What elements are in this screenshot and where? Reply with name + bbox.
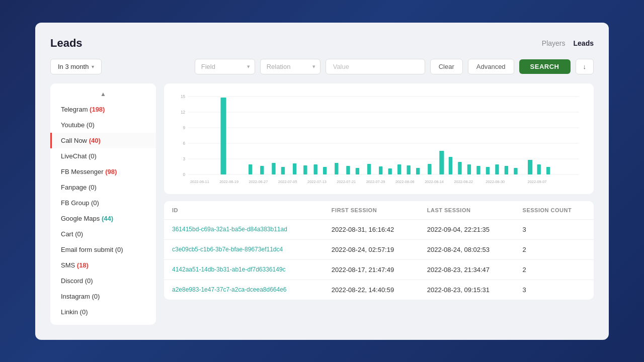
svg-rect-23 — [356, 168, 359, 174]
sidebar-item-sms[interactable]: SMS (18) — [50, 257, 156, 273]
svg-rect-35 — [476, 166, 480, 174]
row-last-session: 2022-09-04, 22:21:35 — [419, 219, 515, 239]
linkin-count: (0) — [80, 308, 88, 316]
sidebar-item-youtube[interactable]: Youtube (0) — [50, 117, 156, 133]
sidebar-item-discord[interactable]: Discord (0) — [50, 273, 156, 289]
svg-text:2022-08-22: 2022-08-22 — [454, 179, 473, 184]
table-body: 361415bd-c69a-32a1-ba5e-d84a383b11ad 202… — [164, 219, 594, 300]
row-session-count: 3 — [515, 280, 594, 300]
filter-row: In 3 month ▾ Field Relation Clear Advanc… — [50, 59, 594, 74]
advanced-button[interactable]: Advanced — [468, 59, 514, 74]
row-id[interactable]: 361415bd-c69a-32a1-ba5e-d84a383b11ad — [164, 219, 324, 239]
sidebar-item-instagram[interactable]: Instagram (0) — [50, 289, 156, 304]
fbmessenger-count: (98) — [105, 168, 117, 175]
svg-text:3: 3 — [183, 156, 186, 161]
svg-text:15: 15 — [181, 94, 185, 99]
table-row: 4142aa51-14db-3b31-ab1e-df7d6336149c 202… — [164, 259, 594, 280]
sidebar-item-fbgroup[interactable]: FB Group (0) — [50, 195, 156, 211]
svg-text:2022-08-14: 2022-08-14 — [425, 179, 444, 184]
svg-rect-42 — [546, 167, 550, 174]
svg-rect-15 — [272, 163, 275, 174]
row-id[interactable]: 4142aa51-14db-3b31-ab1e-df7d6336149c — [164, 259, 324, 280]
svg-rect-20 — [323, 167, 327, 174]
svg-text:0: 0 — [183, 171, 186, 176]
sidebar-item-emailform[interactable]: Email form submit (0) — [50, 242, 156, 257]
googlemaps-count: (44) — [102, 215, 113, 222]
field-select-wrapper: Field — [195, 59, 255, 74]
svg-rect-16 — [281, 167, 285, 174]
table-row: c3e09cb5-c1b6-3b7e-bfae-89673ef11dc4 202… — [164, 239, 594, 259]
nav-leads[interactable]: Leads — [574, 39, 594, 47]
sidebar-item-livechat[interactable]: LiveChat (0) — [50, 148, 156, 164]
callnow-count: (40) — [89, 137, 101, 144]
svg-rect-28 — [407, 165, 411, 174]
svg-rect-31 — [439, 151, 444, 174]
value-input[interactable] — [326, 59, 425, 74]
svg-text:2022-06-19: 2022-06-19 — [219, 179, 238, 184]
period-label: In 3 month — [58, 63, 89, 70]
svg-rect-39 — [514, 168, 517, 174]
search-button[interactable]: SEARCH — [519, 59, 571, 74]
sidebar-item-telegram[interactable]: Telegram (198) — [50, 102, 156, 117]
table-row: a2e8e983-1e47-37c7-a2ca-dceea8d664e6 202… — [164, 280, 594, 300]
svg-rect-13 — [249, 164, 252, 174]
nav-links: Players Leads — [542, 39, 594, 47]
sidebar-item-linkin[interactable]: Linkin (0) — [50, 304, 156, 320]
period-button[interactable]: In 3 month ▾ — [50, 59, 102, 74]
sidebar-item-fanpage[interactable]: Fanpage (0) — [50, 179, 156, 195]
svg-rect-24 — [367, 164, 371, 174]
telegram-count: (198) — [90, 106, 105, 113]
svg-rect-25 — [379, 166, 382, 174]
sidebar-item-fbmessenger[interactable]: FB Messenger (98) — [50, 164, 156, 179]
svg-text:12: 12 — [181, 109, 185, 114]
svg-text:2022-07-21: 2022-07-21 — [337, 179, 356, 184]
svg-rect-27 — [397, 164, 401, 174]
header-row: Leads Players Leads — [50, 37, 594, 50]
download-button[interactable]: ↓ — [576, 59, 594, 74]
instagram-count: (0) — [92, 293, 100, 300]
svg-text:2022-07-13: 2022-07-13 — [307, 179, 327, 184]
svg-rect-22 — [346, 166, 350, 174]
svg-text:2022-06-27: 2022-06-27 — [249, 179, 268, 184]
main-content: ▲ Telegram (198) Youtube (0) Call Now (4… — [50, 83, 594, 325]
sidebar-item-cart[interactable]: Cart (0) — [50, 226, 156, 242]
sidebar-item-googlemaps[interactable]: Google Maps (44) — [50, 211, 156, 226]
table-container: ID FIRST SESSION LAST SESSION SESSION CO… — [164, 201, 594, 300]
row-session-count: 2 — [515, 239, 594, 259]
sidebar-collapse-button[interactable]: ▲ — [50, 88, 156, 102]
nav-players[interactable]: Players — [542, 39, 566, 47]
svg-rect-30 — [428, 164, 431, 174]
svg-text:2022-08-06: 2022-08-06 — [395, 179, 415, 184]
page-title: Leads — [50, 37, 83, 50]
field-select[interactable]: Field — [195, 59, 255, 74]
right-panel: 0 3 6 9 12 15 — [164, 83, 594, 325]
table-row: 361415bd-c69a-32a1-ba5e-d84a383b11ad 202… — [164, 219, 594, 239]
row-session-count: 2 — [515, 259, 594, 280]
relation-select[interactable]: Relation — [260, 59, 320, 74]
svg-rect-37 — [495, 164, 499, 174]
svg-text:6: 6 — [183, 140, 186, 145]
svg-text:2022-07-05: 2022-07-05 — [278, 179, 297, 184]
sidebar: ▲ Telegram (198) Youtube (0) Call Now (4… — [50, 83, 156, 325]
main-card: Leads Players Leads In 3 month ▾ Field R… — [35, 23, 609, 340]
leads-chart: 0 3 6 9 12 15 — [174, 92, 584, 187]
row-last-session: 2022-08-23, 21:34:47 — [419, 259, 515, 280]
livechat-count: (0) — [89, 152, 97, 160]
svg-rect-18 — [303, 165, 307, 174]
row-last-session: 2022-08-24, 08:02:53 — [419, 239, 515, 259]
svg-rect-21 — [335, 163, 338, 174]
row-id[interactable]: c3e09cb5-c1b6-3b7e-bfae-89673ef11dc4 — [164, 239, 324, 259]
fanpage-count: (0) — [89, 184, 97, 191]
row-first-session: 2022-08-22, 14:40:59 — [324, 280, 419, 300]
row-first-session: 2022-08-31, 16:16:42 — [324, 219, 419, 239]
col-session-count: SESSION COUNT — [515, 201, 594, 220]
clear-button[interactable]: Clear — [430, 59, 463, 74]
row-session-count: 3 — [515, 219, 594, 239]
chevron-down-icon: ▾ — [92, 64, 94, 69]
row-id[interactable]: a2e8e983-1e47-37c7-a2ca-dceea8d664e6 — [164, 280, 324, 300]
svg-rect-36 — [486, 167, 490, 174]
row-first-session: 2022-08-17, 21:47:49 — [324, 259, 419, 280]
sidebar-item-callnow[interactable]: Call Now (40) — [50, 133, 156, 148]
chart-container: 0 3 6 9 12 15 — [164, 83, 594, 194]
svg-rect-33 — [458, 162, 461, 174]
